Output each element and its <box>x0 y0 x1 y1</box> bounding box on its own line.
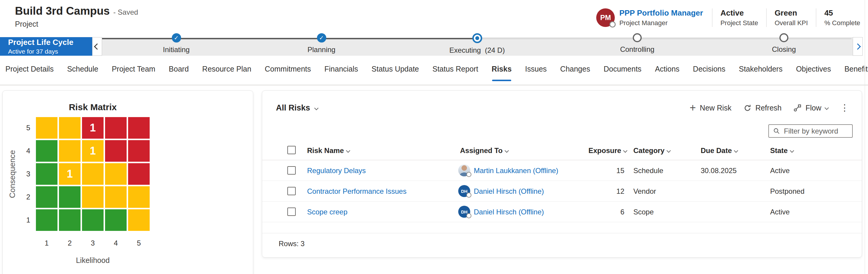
tab-schedule[interactable]: Schedule <box>67 65 98 73</box>
project-manager-role: Project Manager <box>619 19 703 27</box>
chevron-down-icon <box>790 149 794 153</box>
refresh-label: Refresh <box>755 103 782 112</box>
matrix-cell <box>59 186 81 208</box>
column-header-state[interactable]: State <box>770 146 794 155</box>
assignee-link[interactable]: Daniel Hirsch (Offline) <box>474 181 544 202</box>
y-axis-label: Consequence <box>6 117 18 231</box>
view-selector[interactable]: All Risks <box>276 103 318 113</box>
filter-input[interactable] <box>783 127 848 136</box>
matrix-cell <box>36 209 58 231</box>
column-label: Due Date <box>701 146 732 155</box>
risk-matrix-card: Risk Matrix Consequence 54321 111 12345 … <box>2 90 253 274</box>
chevron-down-icon <box>666 149 671 153</box>
project-manager-link[interactable]: PPP Portfolio Manager <box>619 8 703 18</box>
offline-presence-icon <box>466 213 471 218</box>
assignee-link[interactable]: Martin Laukkanen (Offline) <box>474 160 558 181</box>
avatar-initials: PM <box>600 13 611 22</box>
column-header-risk-name[interactable]: Risk Name <box>307 146 350 155</box>
tab-stakeholders[interactable]: Stakeholders <box>739 65 782 73</box>
stat-value: Active <box>720 8 758 18</box>
matrix-cell <box>59 140 81 162</box>
table-header-row: Risk NameAssigned ToExposureCategoryDue … <box>262 144 862 160</box>
tab-project-details[interactable]: Project Details <box>5 65 54 73</box>
risk-name-link[interactable]: Regulatory Delays <box>307 160 366 181</box>
row-checkbox[interactable] <box>287 187 296 195</box>
offline-presence-icon <box>466 172 471 177</box>
flow-button[interactable]: Flow <box>794 103 828 112</box>
tab-changes[interactable]: Changes <box>560 65 590 73</box>
table-row[interactable]: Regulatory DelaysMartin Laukkanen (Offli… <box>262 160 862 181</box>
matrix-col-label: 2 <box>59 239 81 247</box>
matrix-cell <box>105 140 127 162</box>
table-row[interactable]: Scope creepDHDaniel Hirsch (Offline)6Sco… <box>262 202 862 222</box>
row-checkbox[interactable] <box>287 166 296 175</box>
category-cell: Schedule <box>633 160 663 181</box>
lifecycle-next-button[interactable] <box>853 37 863 56</box>
tab-financials[interactable]: Financials <box>324 65 358 73</box>
tab-documents[interactable]: Documents <box>604 65 642 73</box>
lifecycle-stage-initiating[interactable]: ✓Initiating <box>137 33 215 54</box>
lifecycle-stage-executing[interactable]: Executing (24 D) <box>438 33 516 55</box>
tab-issues[interactable]: Issues <box>525 65 547 73</box>
tab-risks[interactable]: Risks <box>492 65 512 73</box>
matrix-row-label: 5 <box>18 117 30 139</box>
tab-status-update[interactable]: Status Update <box>371 65 419 73</box>
select-all-checkbox[interactable] <box>287 146 296 154</box>
matrix-row-label: 2 <box>18 186 30 208</box>
tab-actions[interactable]: Actions <box>655 65 679 73</box>
exposure-cell: 15 <box>567 160 624 181</box>
row-checkbox[interactable] <box>287 208 296 216</box>
tab-commitments[interactable]: Commitments <box>265 65 311 73</box>
matrix-cell <box>36 163 58 185</box>
row-divider <box>262 222 862 222</box>
lifecycle-header: Project Life Cycle Active for 37 days <box>0 37 92 56</box>
tab-resource-plan[interactable]: Resource Plan <box>202 65 251 73</box>
risks-panel: All Risks New Risk Refresh Flow <box>262 90 862 257</box>
assignee-link[interactable]: Daniel Hirsch (Offline) <box>474 202 544 222</box>
more-options-button[interactable] <box>840 103 849 112</box>
assignee-avatar: DH <box>458 185 470 197</box>
column-label: State <box>770 146 788 155</box>
page-header: Build 3rd Campus - Saved <box>15 5 138 18</box>
stage-circle-icon <box>779 33 788 42</box>
tab-objectives[interactable]: Objectives <box>796 65 831 73</box>
tab-decisions[interactable]: Decisions <box>693 65 725 73</box>
risk-name-link[interactable]: Contractor Performance Issues <box>307 181 406 202</box>
state-cell: Active <box>770 202 789 222</box>
assignee-avatar <box>458 164 470 176</box>
matrix-cell <box>36 117 58 139</box>
refresh-button[interactable]: Refresh <box>743 103 782 112</box>
tab-board[interactable]: Board <box>169 65 189 73</box>
lifecycle-stage-closing[interactable]: Closing <box>745 33 823 54</box>
checkmark-icon: ✓ <box>317 33 326 42</box>
lifecycle-prev-button[interactable] <box>92 37 102 56</box>
matrix-cell <box>105 163 127 185</box>
lifecycle-stage-controlling[interactable]: Controlling <box>598 33 676 54</box>
tab-project-team[interactable]: Project Team <box>112 65 155 73</box>
stage-dot-icon <box>475 36 479 40</box>
matrix-row-label: 4 <box>18 140 30 162</box>
stat-label: Project State <box>720 19 758 27</box>
tab-status-report[interactable]: Status Report <box>433 65 478 73</box>
new-risk-button[interactable]: New Risk <box>690 103 732 112</box>
risk-name-link[interactable]: Scope creep <box>307 202 347 222</box>
risk-matrix-grid: 111 <box>36 117 150 231</box>
matrix-cell <box>105 186 127 208</box>
chevron-down-icon <box>734 149 738 153</box>
column-header-assigned-to[interactable]: Assigned To <box>460 146 508 155</box>
matrix-col-label: 3 <box>82 239 103 247</box>
table-footer-divider <box>262 233 862 233</box>
table-row[interactable]: Contractor Performance IssuesDHDaniel Hi… <box>262 181 862 202</box>
scrollbar-track[interactable] <box>865 0 865 274</box>
risk-matrix-title: Risk Matrix <box>36 102 150 112</box>
stat-percent-complete: 45 % Complete <box>816 8 861 27</box>
column-header-category[interactable]: Category <box>633 146 670 155</box>
column-header-due-date[interactable]: Due Date <box>701 146 738 155</box>
rows-count: Rows: 3 <box>279 240 305 248</box>
view-selector-label: All Risks <box>276 103 310 113</box>
lifecycle-stage-planning[interactable]: ✓Planning <box>283 33 360 54</box>
stage-label: Initiating <box>137 45 215 54</box>
category-cell: Scope <box>633 202 654 222</box>
column-header-exposure[interactable]: Exposure <box>588 146 627 155</box>
matrix-col-label: 5 <box>128 239 150 247</box>
